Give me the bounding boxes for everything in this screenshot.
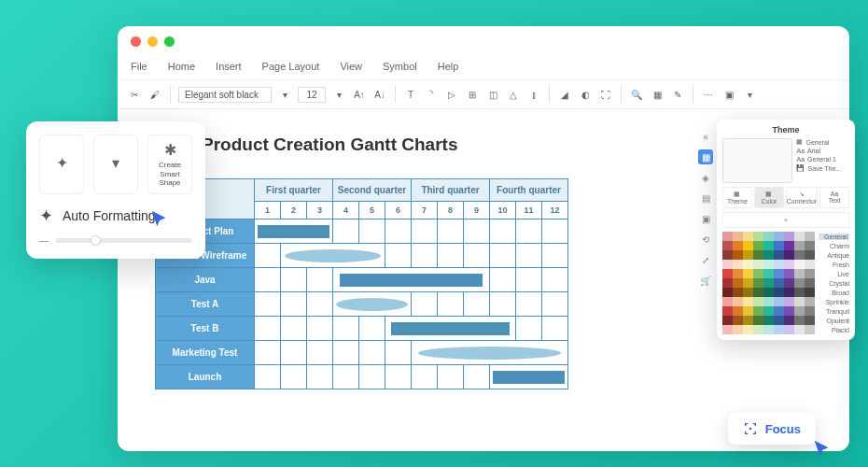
color-swatch[interactable] bbox=[743, 288, 753, 297]
close-icon[interactable] bbox=[131, 36, 141, 47]
theme-opt[interactable]: Aa Arial bbox=[796, 148, 849, 154]
dropdown-icon[interactable]: ▾ bbox=[277, 87, 292, 102]
menu-view[interactable]: View bbox=[340, 61, 362, 72]
menu-page-layout[interactable]: Page Layout bbox=[262, 61, 320, 72]
pen-icon[interactable]: ✎ bbox=[670, 87, 685, 102]
panel-tab[interactable]: ▤ bbox=[698, 191, 713, 205]
panel-tab[interactable]: « bbox=[698, 129, 713, 144]
color-swatch[interactable] bbox=[733, 325, 743, 334]
color-swatch[interactable] bbox=[733, 241, 743, 250]
theme-opt[interactable]: ▦ General bbox=[796, 138, 849, 146]
color-swatch[interactable] bbox=[774, 232, 784, 241]
increase-font-icon[interactable]: A↑ bbox=[352, 87, 367, 102]
color-swatch[interactable] bbox=[805, 325, 815, 334]
color-swatch[interactable] bbox=[753, 325, 763, 334]
color-swatch[interactable] bbox=[722, 241, 733, 250]
color-swatch[interactable] bbox=[784, 232, 794, 241]
shapes-icon[interactable]: △ bbox=[506, 87, 521, 102]
swatch-label[interactable]: Crystal bbox=[819, 280, 849, 287]
color-swatch[interactable] bbox=[753, 306, 763, 316]
gantt-bar[interactable] bbox=[418, 347, 562, 360]
color-swatch[interactable] bbox=[743, 297, 753, 306]
create-smart-shape-button[interactable]: ✱Create Smart Shape bbox=[147, 134, 192, 194]
color-swatch[interactable] bbox=[784, 325, 794, 334]
color-swatch[interactable] bbox=[753, 260, 763, 269]
panel-tab[interactable]: ⟲ bbox=[698, 232, 713, 247]
color-swatch[interactable] bbox=[774, 250, 784, 260]
panel-tab[interactable]: ◈ bbox=[698, 170, 713, 185]
color-swatch[interactable] bbox=[733, 260, 743, 269]
color-swatch[interactable] bbox=[774, 325, 784, 334]
color-swatch[interactable] bbox=[774, 278, 784, 288]
color-swatch[interactable] bbox=[794, 269, 805, 278]
tab-theme[interactable]: ▦Theme bbox=[722, 187, 752, 208]
color-swatch[interactable] bbox=[722, 269, 733, 278]
cut-icon[interactable]: ✂ bbox=[127, 87, 142, 102]
settings-icon[interactable]: ▾ bbox=[742, 87, 757, 102]
color-swatch[interactable] bbox=[805, 306, 815, 316]
menu-help[interactable]: Help bbox=[438, 61, 459, 72]
color-swatch[interactable] bbox=[784, 297, 794, 306]
color-swatch[interactable] bbox=[784, 269, 794, 278]
color-swatch[interactable] bbox=[743, 325, 753, 334]
color-swatch[interactable] bbox=[763, 260, 774, 269]
panel-tab-theme[interactable]: ▦ bbox=[698, 149, 713, 164]
color-swatch[interactable] bbox=[722, 278, 733, 288]
font-size-select[interactable]: 12 bbox=[298, 87, 326, 103]
color-swatch[interactable] bbox=[784, 241, 794, 250]
swatch-label[interactable]: Opulent bbox=[819, 318, 849, 324]
color-swatch[interactable] bbox=[774, 316, 784, 325]
color-swatch[interactable] bbox=[763, 241, 774, 250]
color-swatch[interactable] bbox=[805, 241, 815, 250]
gantt-bar[interactable] bbox=[258, 225, 329, 238]
color-swatch[interactable] bbox=[763, 269, 774, 278]
color-swatch[interactable] bbox=[763, 306, 774, 316]
color-swatch[interactable] bbox=[784, 250, 794, 260]
crop-icon[interactable]: ⛶ bbox=[598, 87, 613, 102]
menu-file[interactable]: File bbox=[131, 61, 147, 72]
chart-icon[interactable]: ⫿ bbox=[526, 87, 541, 102]
format-slider[interactable]: — bbox=[39, 235, 192, 246]
color-swatch[interactable] bbox=[794, 325, 805, 334]
color-swatch[interactable] bbox=[763, 297, 774, 306]
search-icon[interactable]: 🔍 bbox=[629, 87, 644, 102]
focus-button[interactable]: Focus bbox=[728, 413, 816, 445]
color-swatch[interactable] bbox=[733, 278, 743, 288]
gantt-bar[interactable] bbox=[285, 249, 380, 262]
swatch-label[interactable]: Antique bbox=[819, 252, 849, 259]
spark-button[interactable]: ✦ bbox=[39, 134, 84, 194]
color-swatch[interactable] bbox=[733, 297, 743, 306]
color-swatch[interactable] bbox=[794, 288, 805, 297]
color-swatch[interactable] bbox=[774, 269, 784, 278]
color-swatch[interactable] bbox=[722, 306, 733, 316]
color-swatch[interactable] bbox=[743, 306, 753, 316]
color-swatch[interactable] bbox=[763, 325, 774, 334]
color-swatch[interactable] bbox=[794, 297, 805, 306]
color-swatch[interactable] bbox=[774, 241, 784, 250]
shape-icon[interactable]: ◫ bbox=[485, 87, 500, 102]
grid-icon[interactable]: ▦ bbox=[650, 87, 665, 102]
color-swatch[interactable] bbox=[794, 260, 805, 269]
color-swatch[interactable] bbox=[743, 316, 753, 325]
color-swatch[interactable] bbox=[794, 278, 805, 288]
transparency-icon[interactable]: ◐ bbox=[578, 87, 593, 102]
tab-text[interactable]: AaText bbox=[819, 187, 849, 208]
color-swatch[interactable] bbox=[763, 250, 774, 260]
color-swatch[interactable] bbox=[743, 241, 753, 250]
swatch-label[interactable]: Charm bbox=[819, 243, 849, 249]
gantt-bar[interactable] bbox=[391, 322, 511, 335]
color-swatch[interactable] bbox=[722, 288, 733, 297]
add-theme-button[interactable]: ＋ bbox=[722, 212, 849, 228]
color-swatch[interactable] bbox=[774, 288, 784, 297]
gantt-chart[interactable]: First quarterSecond quarterThird quarter… bbox=[155, 178, 568, 389]
panel-tab[interactable]: ⤢ bbox=[698, 252, 713, 267]
color-swatch[interactable] bbox=[784, 306, 794, 316]
theme-opt[interactable]: Aa General 1 bbox=[796, 156, 849, 163]
color-swatch[interactable] bbox=[722, 260, 733, 269]
menu-insert[interactable]: Insert bbox=[216, 61, 242, 72]
color-swatch[interactable] bbox=[794, 241, 805, 250]
dropdown-icon[interactable]: ▾ bbox=[331, 87, 346, 102]
color-swatch[interactable] bbox=[743, 250, 753, 260]
color-swatch[interactable] bbox=[763, 316, 774, 325]
color-swatch[interactable] bbox=[784, 288, 794, 297]
